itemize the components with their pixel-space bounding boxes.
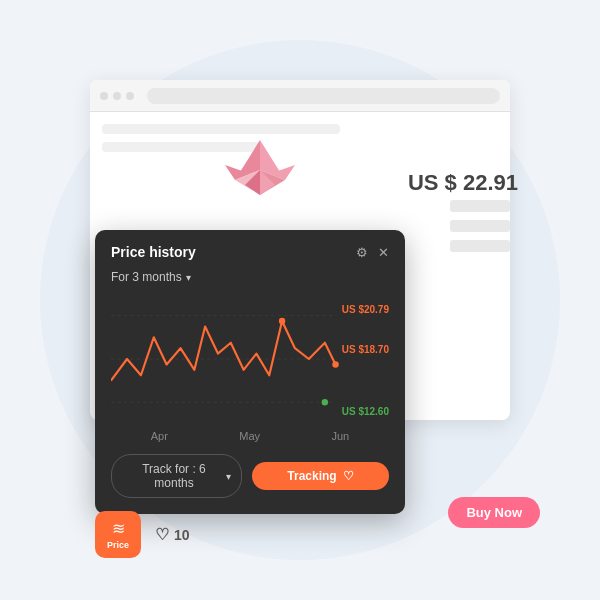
x-label-apr: Apr [151, 430, 168, 442]
browser-dot-1 [100, 92, 108, 100]
svg-point-13 [322, 399, 328, 406]
wishlist-count[interactable]: ♡ 10 [155, 525, 190, 544]
track-chevron-icon: ▾ [226, 471, 231, 482]
x-axis-labels: Apr May Jun [111, 430, 389, 442]
widget-title: Price history [111, 244, 196, 260]
price-wave-icon: ≋ [112, 519, 125, 538]
buy-now-button[interactable]: Buy Now [448, 497, 540, 528]
wishlist-number: 10 [174, 527, 190, 543]
browser-dot-2 [113, 92, 121, 100]
track-for-button[interactable]: Track for : 6 months ▾ [111, 454, 242, 498]
svg-point-12 [332, 361, 338, 368]
product-image-area [210, 100, 310, 210]
chart-area: US $20.79 US $18.70 US $12.60 [111, 294, 389, 424]
gray-box-3 [450, 240, 510, 252]
price-badge-label: Price [107, 540, 129, 550]
track-label: Track for : 6 months [122, 462, 226, 490]
scene: US $ 22.91 Buy Now Price history ⚙ ✕ [0, 0, 600, 600]
price-label-high: US $20.79 [342, 299, 389, 317]
heart-icon: ♡ [343, 469, 354, 483]
wishlist-heart-icon: ♡ [155, 525, 169, 544]
price-badge[interactable]: ≋ Price [95, 511, 141, 558]
widget-controls: ⚙ ✕ [356, 245, 389, 260]
x-label-may: May [239, 430, 260, 442]
period-selector[interactable]: For 3 months ▾ [111, 270, 389, 284]
gray-box-2 [450, 220, 510, 232]
right-boxes [450, 200, 510, 252]
chevron-down-icon: ▾ [186, 272, 191, 283]
browser-address-bar [147, 88, 500, 104]
widget-header: Price history ⚙ ✕ [111, 244, 389, 260]
tracking-label: Tracking [287, 469, 336, 483]
period-label: For 3 months [111, 270, 182, 284]
tracking-button[interactable]: Tracking ♡ [252, 462, 389, 490]
svg-point-11 [279, 318, 285, 325]
product-image [220, 130, 300, 210]
price-label-low: US $12.60 [342, 401, 389, 419]
settings-icon[interactable]: ⚙ [356, 245, 368, 260]
price-label-mid: US $18.70 [342, 339, 389, 357]
gray-box-1 [450, 200, 510, 212]
x-label-jun: Jun [332, 430, 350, 442]
browser-dot-3 [126, 92, 134, 100]
price-history-widget: Price history ⚙ ✕ For 3 months ▾ [95, 230, 405, 514]
bottom-bar: ≋ Price ♡ 10 [95, 511, 190, 558]
close-icon[interactable]: ✕ [378, 245, 389, 260]
widget-footer: Track for : 6 months ▾ Tracking ♡ [111, 454, 389, 498]
product-price: US $ 22.91 [408, 170, 518, 196]
